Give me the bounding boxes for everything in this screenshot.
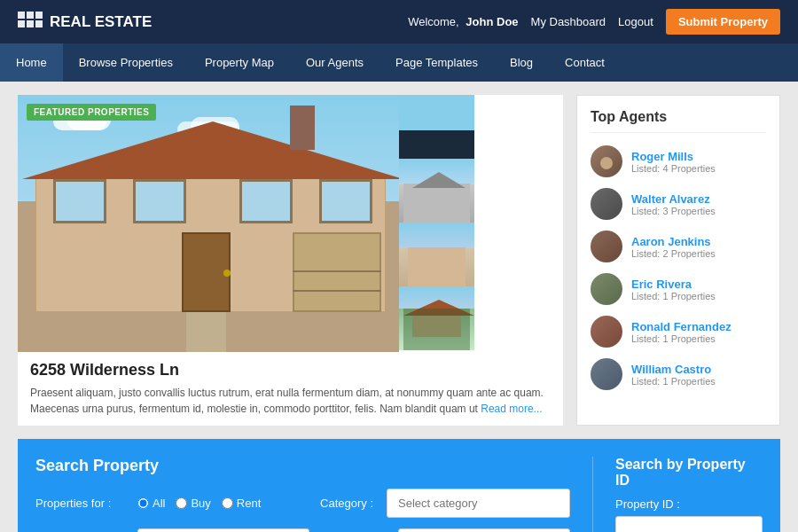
price-input[interactable] xyxy=(137,528,309,532)
avatar xyxy=(591,358,622,390)
property-id-label: Property ID : xyxy=(615,497,763,511)
properties-for-label: Properties for : xyxy=(35,497,124,510)
agent-listed: Listed: 1 Properties xyxy=(631,376,716,387)
thumbnail-3[interactable] xyxy=(399,223,474,286)
agent-listed: Listed: 3 Properties xyxy=(631,206,716,216)
property-id-input[interactable] xyxy=(615,516,763,532)
agent-item: Aaron Jenkins Listed: 2 Properties xyxy=(591,231,766,262)
property-info: 6258 Wilderness Ln Praesent aliquam, jus… xyxy=(18,352,563,426)
header-right: Welcome, John Doe My Dashboard Logout Su… xyxy=(408,9,780,35)
agent-info: Walter Alvarez Listed: 3 Properties xyxy=(631,192,716,216)
main-property-image xyxy=(18,95,399,352)
agent-info: Roger Mills Listed: 4 Properties xyxy=(631,150,716,174)
agent-item: Walter Alvarez Listed: 3 Properties xyxy=(591,188,766,220)
category-label: Category : xyxy=(311,497,373,510)
agent-info: Aaron Jenkins Listed: 2 Properties xyxy=(631,235,716,259)
radio-buy-input[interactable] xyxy=(176,497,187,509)
search-section: Search Property Properties for : All Buy… xyxy=(18,439,780,532)
search-by-id-title: Search by Property ID xyxy=(615,457,763,489)
search-inner: Search Property Properties for : All Buy… xyxy=(35,457,763,532)
radio-all[interactable]: All xyxy=(137,497,165,510)
svg-rect-4 xyxy=(27,20,34,27)
radio-rent-input[interactable] xyxy=(222,497,233,509)
agent-info: William Castro Listed: 1 Properties xyxy=(631,363,716,387)
radio-buy[interactable]: Buy xyxy=(176,497,210,510)
agent-item: Ronald Fernandez Listed: 1 Properties xyxy=(591,316,766,348)
avatar xyxy=(591,145,622,177)
radio-all-input[interactable] xyxy=(137,497,149,509)
radio-group: All Buy Rent xyxy=(137,497,298,510)
featured-section: FEATURED PROPERTIES xyxy=(18,95,563,426)
nav-item-blog[interactable]: Blog xyxy=(494,43,549,82)
agent-name: Ronald Fernandez xyxy=(631,320,732,333)
main-content: FEATURED PROPERTIES xyxy=(0,82,798,439)
agent-item: William Castro Listed: 1 Properties xyxy=(591,358,766,390)
agents-section: Top Agents Roger Mills Listed: 4 Propert… xyxy=(576,95,780,426)
nav-item-map[interactable]: Property Map xyxy=(189,43,290,82)
thumbnail-2[interactable] xyxy=(399,159,474,223)
nav-item-contact[interactable]: Contact xyxy=(549,43,621,82)
nav-item-browse[interactable]: Browse Properties xyxy=(63,43,189,82)
agent-info: Ronald Fernandez Listed: 1 Properties xyxy=(631,320,732,344)
property-title: 6258 Wilderness Ln xyxy=(30,361,551,379)
header: REAL ESTATE Welcome, John Doe My Dashboa… xyxy=(0,0,798,43)
logo: REAL ESTATE xyxy=(18,12,152,33)
thumbnail-4[interactable] xyxy=(399,286,474,350)
agents-title: Top Agents xyxy=(591,109,766,133)
avatar xyxy=(591,273,622,305)
agent-item: Roger Mills Listed: 4 Properties xyxy=(591,145,766,177)
category-input[interactable] xyxy=(387,489,570,518)
welcome-prefix: Welcome, xyxy=(408,15,459,28)
logout-link[interactable]: Logout xyxy=(618,15,653,28)
property-description: Praesent aliquam, justo convallis luctus… xyxy=(30,385,551,417)
search-title: Search Property xyxy=(35,457,570,475)
agent-name: Eric Rivera xyxy=(631,278,716,291)
agent-name: Aaron Jenkins xyxy=(631,235,716,248)
property-desc-text: Praesent aliquam, justo convallis luctus… xyxy=(30,387,544,415)
radio-rent[interactable]: Rent xyxy=(222,497,261,510)
avatar xyxy=(591,231,622,262)
search-row-1: Properties for : All Buy Rent Category : xyxy=(35,489,570,518)
agent-listed: Listed: 2 Properties xyxy=(631,248,716,259)
featured-images xyxy=(18,95,563,352)
thumbnail-list xyxy=(399,95,474,352)
search-right: Search by Property ID Property ID : Sear… xyxy=(615,457,763,532)
welcome-text: Welcome, John Doe xyxy=(408,15,518,28)
logo-icon xyxy=(18,12,43,33)
featured-badge: FEATURED PROPERTIES xyxy=(27,104,156,121)
nav-item-agents[interactable]: Our Agents xyxy=(290,43,379,82)
svg-rect-5 xyxy=(35,20,43,27)
svg-rect-2 xyxy=(35,12,43,19)
agent-info: Eric Rivera Listed: 1 Properties xyxy=(631,278,716,301)
svg-rect-0 xyxy=(18,12,25,19)
svg-rect-3 xyxy=(18,20,25,27)
nav-item-home[interactable]: Home xyxy=(0,43,63,82)
avatar xyxy=(591,316,622,348)
submit-property-button[interactable]: Submit Property xyxy=(666,9,780,35)
agent-listed: Listed: 4 Properties xyxy=(631,163,716,174)
avatar xyxy=(591,188,622,220)
search-left: Search Property Properties for : All Buy… xyxy=(35,457,570,532)
agent-name: William Castro xyxy=(631,363,716,376)
agent-listed: Listed: 1 Properties xyxy=(631,291,716,301)
thumbnail-1[interactable] xyxy=(399,95,474,159)
dashboard-link[interactable]: My Dashboard xyxy=(531,15,606,28)
agent-listed: Listed: 1 Properties xyxy=(631,333,732,344)
nav: Home Browse Properties Property Map Our … xyxy=(0,43,798,82)
agent-item: Eric Rivera Listed: 1 Properties xyxy=(591,273,766,305)
search-row-2: Price Range : Keyword : xyxy=(35,528,570,532)
svg-rect-1 xyxy=(27,12,34,19)
username: John Doe xyxy=(466,15,518,28)
agent-name: Roger Mills xyxy=(631,150,716,163)
logo-text: REAL ESTATE xyxy=(50,13,152,31)
keyword-input[interactable] xyxy=(398,528,570,532)
read-more-link[interactable]: Read more... xyxy=(481,403,542,415)
agent-name: Walter Alvarez xyxy=(631,192,716,206)
nav-item-templates[interactable]: Page Templates xyxy=(379,43,494,82)
